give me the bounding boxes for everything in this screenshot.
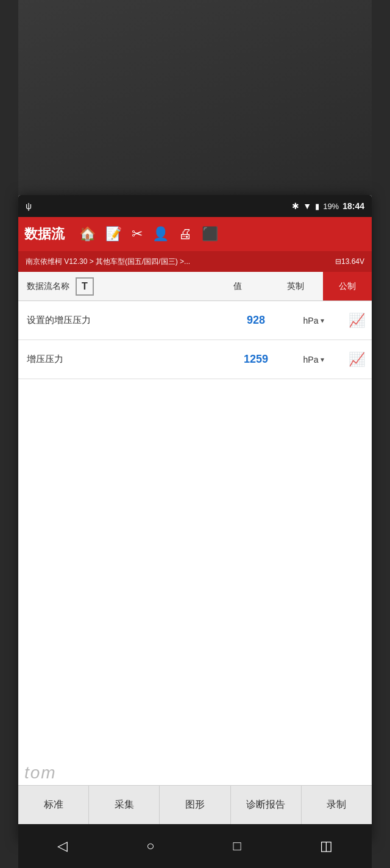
row-unit-1[interactable]: hPa ▾	[286, 355, 341, 365]
status-icon-left: ψ	[26, 201, 32, 211]
toolbar-btn-collect[interactable]: 采集	[89, 786, 160, 824]
col-header-value: 值	[207, 281, 268, 292]
voltage-display: ⊟13.64V	[335, 257, 364, 266]
edit-icon[interactable]: 📝	[105, 226, 122, 242]
row-value-1: 1259	[225, 353, 286, 366]
chart-button-0[interactable]: 📈	[341, 313, 372, 329]
breadcrumb-text: 南京依维柯 V12.30 > 其他车型(国五/国四/国三) >...	[26, 257, 190, 267]
nav-recent-icon[interactable]: □	[233, 838, 241, 854]
table-row: 设置的增压压力 928 hPa ▾ 📈	[18, 301, 372, 340]
row-value-0: 928	[225, 314, 286, 327]
chart-button-1[interactable]: 📈	[341, 352, 372, 368]
unit-label-0: hPa	[303, 316, 319, 326]
t-icon[interactable]: T	[76, 277, 94, 296]
bottom-toolbar: 标准 采集 图形 诊断报告 录制	[18, 785, 372, 824]
unit-chevron-0[interactable]: ▾	[321, 316, 324, 325]
watermark: tom	[24, 763, 57, 783]
wifi-icon: ▼	[303, 201, 311, 211]
cut-icon[interactable]: ✂	[132, 226, 143, 242]
table-header: 数据流名称 T 值 英制 公制	[18, 272, 372, 301]
toolbar-btn-standard[interactable]: 标准	[18, 786, 89, 824]
content-area	[18, 379, 372, 720]
col-header-unit-cn[interactable]: 公制	[323, 272, 372, 301]
nav-screenshot-icon[interactable]: ◫	[320, 838, 333, 854]
row-name-0: 设置的增压压力	[18, 315, 225, 326]
app-header: 数据流 🏠 📝 ✂ 👤 🖨 ⬛	[18, 217, 372, 251]
time-display: 18:44	[342, 201, 364, 211]
nav-back-icon[interactable]: ◁	[57, 838, 68, 854]
nav-home-icon[interactable]: ○	[146, 838, 154, 854]
col-header-name: 数据流名称	[27, 281, 69, 292]
toolbar-btn-report[interactable]: 诊断报告	[231, 786, 302, 824]
print-icon[interactable]: 🖨	[179, 226, 192, 242]
unit-label-1: hPa	[303, 355, 319, 365]
home-icon[interactable]: 🏠	[79, 226, 96, 242]
app-title: 数据流	[24, 225, 65, 243]
col-header-unit-en[interactable]: 英制	[268, 281, 323, 292]
chart-icon-1: 📈	[349, 352, 365, 368]
exit-icon[interactable]: ⬛	[202, 226, 218, 242]
unit-chevron-1[interactable]: ▾	[321, 355, 324, 364]
breadcrumb-bar: 南京依维柯 V12.30 > 其他车型(国五/国四/国三) >... ⊟13.6…	[18, 251, 372, 272]
battery-percent: 19%	[323, 202, 339, 211]
toolbar-btn-record[interactable]: 录制	[302, 786, 372, 824]
chart-icon-0: 📈	[349, 313, 365, 329]
user-icon[interactable]: 👤	[152, 226, 169, 242]
status-bar: ψ ✱ ▼ ▮ 19% 18:44	[18, 195, 372, 217]
nav-bar: ◁ ○ □ ◫	[18, 824, 372, 868]
row-unit-0[interactable]: hPa ▾	[286, 316, 341, 326]
row-name-1: 增压压力	[18, 354, 225, 365]
toolbar-btn-graph[interactable]: 图形	[160, 786, 230, 824]
main-screen: ψ ✱ ▼ ▮ 19% 18:44 数据流 🏠 📝 ✂ 👤 🖨 ⬛ 南京依维柯 …	[18, 195, 372, 841]
battery-icon: ▮	[315, 202, 319, 211]
table-row: 增压压力 1259 hPa ▾ 📈	[18, 340, 372, 379]
bluetooth-icon: ✱	[292, 201, 299, 211]
